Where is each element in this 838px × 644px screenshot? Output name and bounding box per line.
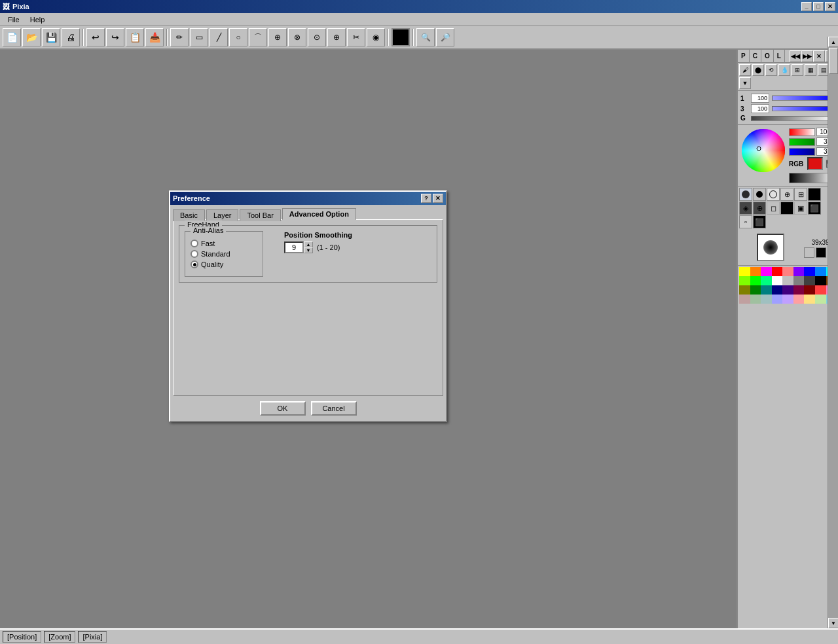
brush-cell-7[interactable]: ◈ <box>739 202 752 215</box>
panel-left-btn[interactable]: ◀◀ <box>790 50 801 62</box>
panel-tab-c[interactable]: C <box>750 50 761 62</box>
rect-button[interactable]: ▭ <box>190 28 208 46</box>
panel-eyedropper-btn[interactable]: 💧 <box>778 64 790 76</box>
panel-tab-o[interactable]: O <box>761 50 774 62</box>
palette-cell-r2-c8[interactable] <box>815 276 826 285</box>
pencil-button[interactable]: ✏ <box>170 28 189 46</box>
brush-cell-11[interactable]: ▣ <box>794 202 807 215</box>
panel-brush-btn[interactable]: 🖌 <box>739 64 751 76</box>
brush-cell-12[interactable]: ⬛ <box>808 202 821 215</box>
line-button[interactable]: ╱ <box>210 28 228 46</box>
brush-cell-14[interactable]: ⬛ <box>753 215 766 228</box>
close-button[interactable]: ✕ <box>825 2 835 11</box>
lasso-button[interactable]: ⊕ <box>268 28 287 46</box>
palette-cell-r1-c4[interactable] <box>772 267 783 276</box>
palette-cell-r3-c1[interactable] <box>739 285 750 295</box>
palette-cell-r3-c6[interactable] <box>793 285 805 295</box>
print-button[interactable]: 🖨 <box>62 28 80 46</box>
palette-cell-r3-c2[interactable] <box>750 285 761 295</box>
palette-cell-r4-c1[interactable] <box>739 295 750 304</box>
redo-button[interactable]: ↪ <box>106 28 124 46</box>
palette-cell-r1-c5[interactable] <box>782 267 793 276</box>
radio-fast[interactable] <box>191 240 198 247</box>
palette-cell-r2-c2[interactable] <box>750 276 761 285</box>
palette-cell-r3-c7[interactable] <box>804 285 815 295</box>
panel-tab-p[interactable]: P <box>738 50 750 62</box>
palette-cell-r1-c7[interactable] <box>804 267 815 276</box>
brush-cell-10[interactable]: ◈ <box>780 202 793 215</box>
slider-3-track[interactable] <box>772 106 835 111</box>
palette-cell-r1-c8[interactable] <box>815 267 826 276</box>
palette-cell-r4-c5[interactable] <box>782 295 793 304</box>
open-button[interactable]: 📂 <box>22 28 41 46</box>
palette-cell-r2-c1[interactable] <box>739 276 750 285</box>
zoom-in-button[interactable]: 🔍 <box>416 28 435 46</box>
panel-pattern-btn[interactable]: ▦ <box>805 64 816 76</box>
wand-button[interactable]: ⊗ <box>288 28 306 46</box>
brush-cell-2[interactable] <box>753 188 766 201</box>
radio-standard[interactable] <box>191 250 198 258</box>
slider-1-track[interactable] <box>772 96 835 101</box>
brush-cell-8[interactable]: ⊕ <box>753 202 766 215</box>
brush-cell-6[interactable] <box>808 188 821 201</box>
smoothing-down-arrow[interactable]: ▼ <box>304 247 313 253</box>
scroll-up-btn[interactable]: ▲ <box>828 37 838 47</box>
maximize-button[interactable]: □ <box>813 2 824 11</box>
bezier-button[interactable]: ⌒ <box>249 28 267 46</box>
brush-cell-9[interactable]: ◻ <box>767 202 780 215</box>
palette-cell-r2-c7[interactable] <box>804 276 815 285</box>
ok-button[interactable]: OK <box>260 401 306 416</box>
panel-swap-btn[interactable]: ⟲ <box>765 64 777 76</box>
cancel-button[interactable]: Cancel <box>311 401 357 416</box>
brush-cell-13[interactable]: ▫ <box>739 215 752 228</box>
brush-cell-1[interactable] <box>739 188 752 201</box>
scroll-down-btn[interactable]: ▼ <box>828 618 838 628</box>
palette-cell-r3-c5[interactable] <box>782 285 793 295</box>
paste-button[interactable]: 📥 <box>145 28 164 46</box>
palette-cell-r4-c2[interactable] <box>750 295 761 304</box>
copy-button[interactable]: 📋 <box>126 28 144 46</box>
palette-cell-r1-c6[interactable] <box>793 267 805 276</box>
ellipse-button[interactable]: ○ <box>229 28 247 46</box>
minimize-button[interactable]: _ <box>801 2 812 11</box>
color-preview[interactable] <box>807 157 823 170</box>
dialog-close-button[interactable]: ✕ <box>433 194 443 203</box>
panel-right-btn[interactable]: ▶▶ <box>801 50 813 62</box>
brush-cell-4[interactable]: ⊕ <box>780 188 793 201</box>
palette-cell-r4-c8[interactable] <box>815 295 826 304</box>
color-wheel[interactable] <box>740 128 786 173</box>
smoothing-input[interactable] <box>284 241 304 253</box>
palette-cell-r3-c3[interactable] <box>761 285 772 295</box>
slider-g-track[interactable] <box>751 116 835 121</box>
panel-down2-btn[interactable]: ▼ <box>739 77 751 89</box>
dialog-help-button[interactable]: ? <box>421 194 431 203</box>
palette-cell-r4-c4[interactable] <box>772 295 783 304</box>
brush-color-black[interactable] <box>816 247 826 258</box>
brush-cell-3[interactable] <box>767 188 780 201</box>
panel-x-btn[interactable]: ✕ <box>813 50 825 62</box>
zoom-out-button[interactable]: 🔎 <box>436 28 454 46</box>
stamp-button[interactable]: ⊕ <box>327 28 346 46</box>
menu-file[interactable]: File <box>3 14 25 25</box>
palette-cell-r4-c6[interactable] <box>793 295 805 304</box>
save-button[interactable]: 💾 <box>42 28 60 46</box>
brush-color-white[interactable] <box>804 247 814 258</box>
smudge-button[interactable]: ◉ <box>367 28 385 46</box>
palette-cell-r2-c5[interactable] <box>782 276 793 285</box>
palette-cell-r1-c3[interactable] <box>761 267 772 276</box>
palette-cell-r3-c4[interactable] <box>772 285 783 295</box>
color-wheel-canvas[interactable] <box>740 128 786 173</box>
palette-cell-r4-c3[interactable] <box>761 295 772 304</box>
new-button[interactable]: 📄 <box>3 28 21 46</box>
palette-cell-r4-c7[interactable] <box>804 295 815 304</box>
tab-basic[interactable]: Basic <box>173 209 205 221</box>
palette-cell-r3-c8[interactable] <box>815 285 826 295</box>
panel-tab-l[interactable]: L <box>774 50 785 62</box>
scroll-thumb[interactable] <box>829 48 838 74</box>
palette-cell-r2-c3[interactable] <box>761 276 772 285</box>
panel-grid-btn[interactable]: ⊞ <box>792 64 803 76</box>
palette-cell-r2-c6[interactable] <box>793 276 805 285</box>
palette-cell-r1-c1[interactable] <box>739 267 750 276</box>
fill-button[interactable]: ⊙ <box>308 28 326 46</box>
color-swatch[interactable] <box>392 28 410 46</box>
